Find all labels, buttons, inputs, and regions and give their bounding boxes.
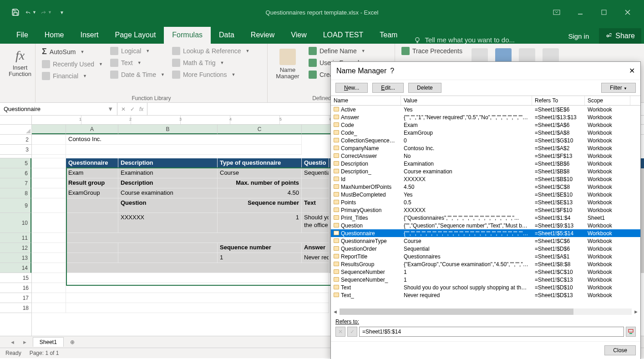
nm-edit-button[interactable]: Edit...	[372, 83, 404, 93]
define-name-button[interactable]: Define Name▼	[306, 46, 384, 56]
sheet-nav-prev-icon[interactable]: ◄	[8, 339, 17, 345]
cell[interactable]: Should yothe office	[302, 213, 329, 233]
cell[interactable]: Description	[118, 158, 218, 168]
tab-review[interactable]: Review	[243, 27, 283, 44]
row-header[interactable]	[0, 155, 31, 158]
cell[interactable]: Exam	[66, 168, 118, 178]
fx-icon[interactable]: fx	[139, 106, 143, 112]
text-fn-button[interactable]: Text▼	[107, 57, 167, 68]
cell[interactable]: 4.50	[218, 188, 302, 198]
nm-row[interactable]: Description_Course examination=Sheet1!$B…	[331, 167, 640, 175]
row-header[interactable]: 18	[0, 303, 31, 313]
close-icon[interactable]	[618, 6, 638, 19]
nm-row[interactable]: ActiveYes=Sheet1!$E$6Workbook	[331, 106, 640, 113]
nm-new-button[interactable]: New...	[335, 83, 368, 93]
row-header[interactable]: 6	[0, 168, 31, 178]
cell[interactable]: Type of questionnaire	[218, 158, 302, 168]
nm-row[interactable]: Questionnaire{"","","","","","","","",""…	[331, 229, 640, 237]
nm-col-name[interactable]: Name	[331, 96, 401, 105]
trace-precedents-button[interactable]: Trace Precedents	[399, 46, 465, 56]
nm-help-icon[interactable]: ?	[390, 67, 394, 75]
qat-customize-icon[interactable]: ▼	[56, 7, 67, 18]
math-button[interactable]: Math & Trig▼	[169, 57, 253, 68]
tab-team[interactable]: Team	[371, 27, 406, 44]
nm-ref-ok-icon[interactable]: ✓	[347, 327, 357, 337]
name-box-dropdown-icon[interactable]: ▼	[107, 106, 113, 112]
recently-used-button[interactable]: Recently Used▼	[39, 59, 106, 70]
row-header[interactable]: 5	[0, 158, 31, 168]
nm-row[interactable]: MaxNumberOfPoints4.50=Sheet1!$C$8Workboo…	[331, 183, 640, 191]
nm-row[interactable]: Text_Never required=Sheet1!$D$13Workbook	[331, 291, 640, 299]
nm-row[interactable]: CollectionSequenceNu...0=Sheet1!$G$10Wor…	[331, 137, 640, 144]
nm-row[interactable]: QuestionnaireTypeCourse=Sheet1!$C$6Workb…	[331, 237, 640, 245]
row-header[interactable]: 9	[0, 198, 31, 213]
cell[interactable]: Text	[302, 198, 329, 213]
nm-row[interactable]: Answer{"","","1","Never required","0.5",…	[331, 113, 640, 121]
datetime-button[interactable]: Date & Time▼	[107, 69, 167, 80]
cell[interactable]: Sequence number	[218, 198, 302, 213]
tab-home[interactable]: Home	[36, 27, 72, 44]
row-header[interactable]: 13	[0, 253, 31, 263]
name-manager-button[interactable]: Name Manager	[271, 46, 304, 80]
cell[interactable]: 1	[218, 213, 302, 233]
nm-row[interactable]: ResultsGroup{"ExamGroup","Course examina…	[331, 260, 640, 268]
cell[interactable]: 1	[218, 253, 302, 263]
row-header[interactable]: 16	[0, 283, 31, 293]
share-button[interactable]: Share	[599, 28, 641, 44]
cell[interactable]: Course	[218, 168, 302, 178]
enter-formula-icon[interactable]: ✓	[130, 106, 135, 112]
new-sheet-icon[interactable]: ⊕	[67, 339, 77, 345]
nm-list[interactable]: ActiveYes=Sheet1!$E$6WorkbookAnswer{"","…	[331, 106, 640, 308]
tab-file[interactable]: File	[8, 27, 36, 44]
row-header[interactable]: 12	[0, 243, 31, 253]
cell[interactable]: Max. number of points	[218, 178, 302, 188]
nm-row[interactable]: QuestionOrderSequential=Sheet1!$D$6Workb…	[331, 245, 640, 253]
logical-button[interactable]: Logical▼	[107, 46, 167, 56]
cell[interactable]: Never req	[302, 253, 329, 263]
cell[interactable]: XXXXXX	[118, 213, 218, 233]
more-fn-button[interactable]: More Functions▼	[169, 69, 253, 80]
row-header[interactable]: 17	[0, 293, 31, 303]
redo-icon[interactable]: ▼	[41, 7, 52, 18]
cell[interactable]: Description	[118, 178, 218, 188]
tab-data[interactable]: Data	[211, 27, 243, 44]
nm-row[interactable]: Question{"","Question","Sequence number"…	[331, 222, 640, 229]
cell[interactable]: Questio	[302, 158, 329, 168]
nm-row[interactable]: CompanyNameContoso Inc.=Sheet1!$A$2Workb…	[331, 144, 640, 152]
tab-insert[interactable]: Insert	[72, 27, 106, 44]
nm-close-button[interactable]: Close	[604, 345, 636, 355]
nm-row[interactable]: PrimaryQuestionXXXXXX=Sheet1!$F$10Workbo…	[331, 206, 640, 214]
nm-close-icon[interactable]: ✕	[629, 66, 635, 75]
cell[interactable]: Sequentia	[302, 168, 329, 178]
nm-row[interactable]: SequenceNumber_1=Sheet1!$C$13Workbook	[331, 276, 640, 283]
nm-col-scope[interactable]: Scope	[585, 96, 630, 105]
name-box[interactable]: Questionnaire ▼	[0, 103, 117, 115]
tab-loadtest[interactable]: LOAD TEST	[315, 27, 372, 44]
col-header[interactable]: B	[118, 125, 218, 134]
nm-col-refers[interactable]: Refers To	[532, 96, 585, 105]
nm-row[interactable]: ReportTitleQuestionnaires=Sheet1!$A$1Wor…	[331, 253, 640, 260]
row-header[interactable]: 11	[0, 233, 31, 243]
minimize-icon[interactable]	[570, 6, 590, 19]
tab-view[interactable]: View	[283, 27, 314, 44]
scroll-thumb[interactable]	[340, 308, 573, 315]
tab-pagelayout[interactable]: Page Layout	[106, 27, 164, 44]
cell[interactable]: Answer	[302, 243, 329, 253]
nm-delete-button[interactable]: Delete	[408, 83, 441, 93]
nm-ref-cancel-icon[interactable]: ✕	[335, 327, 345, 337]
col-header[interactable]: C	[218, 125, 302, 134]
save-icon[interactable]	[10, 7, 21, 18]
nm-row[interactable]: IdXXXXXX=Sheet1!$B$10Workbook	[331, 175, 640, 183]
ribbon-options-icon[interactable]	[547, 6, 567, 19]
tab-formulas[interactable]: Formulas	[164, 27, 211, 44]
lookup-button[interactable]: Lookup & Reference▼	[169, 46, 253, 56]
cell[interactable]: Course examination	[118, 188, 218, 198]
maximize-icon[interactable]	[594, 6, 614, 19]
sheet-nav-next-icon[interactable]: ►	[20, 339, 29, 345]
nm-hscroll[interactable]: ◄ ►	[331, 308, 640, 316]
select-all-corner[interactable]	[0, 125, 31, 135]
cell[interactable]: Examination	[118, 168, 218, 178]
financial-button[interactable]: Financial▼	[39, 71, 106, 81]
nm-row[interactable]: Code_ExamGroup=Sheet1!$A$8Workbook	[331, 129, 640, 137]
cell[interactable]: Contoso Inc.	[66, 135, 302, 145]
